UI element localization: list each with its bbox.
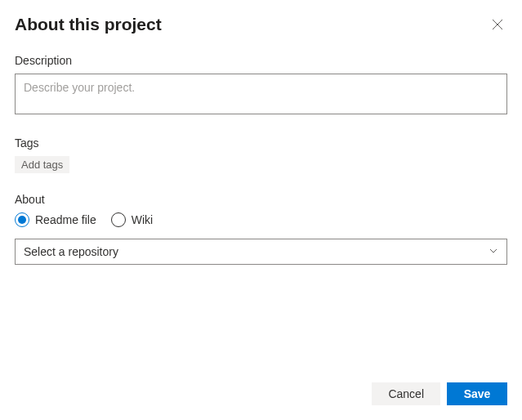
radio-wiki-label: Wiki bbox=[132, 213, 153, 226]
description-label: Description bbox=[15, 54, 507, 67]
add-tags-chip[interactable]: Add tags bbox=[15, 156, 69, 173]
about-label: About bbox=[15, 193, 507, 206]
radio-indicator-icon bbox=[111, 212, 126, 227]
repository-select-value: Select a repository bbox=[24, 245, 118, 258]
description-input[interactable] bbox=[15, 74, 507, 114]
close-button[interactable] bbox=[488, 15, 507, 34]
chevron-down-icon bbox=[489, 245, 498, 258]
radio-indicator-icon bbox=[15, 212, 29, 227]
radio-wiki[interactable]: Wiki bbox=[111, 212, 153, 227]
about-radio-group: Readme file Wiki bbox=[15, 212, 507, 227]
radio-readme[interactable]: Readme file bbox=[15, 212, 96, 227]
dialog-title: About this project bbox=[15, 15, 162, 34]
cancel-button[interactable]: Cancel bbox=[372, 382, 440, 405]
close-icon bbox=[492, 19, 503, 30]
repository-select[interactable]: Select a repository bbox=[15, 239, 507, 265]
tags-label: Tags bbox=[15, 136, 507, 150]
save-button[interactable]: Save bbox=[447, 382, 507, 405]
radio-readme-label: Readme file bbox=[35, 213, 96, 226]
